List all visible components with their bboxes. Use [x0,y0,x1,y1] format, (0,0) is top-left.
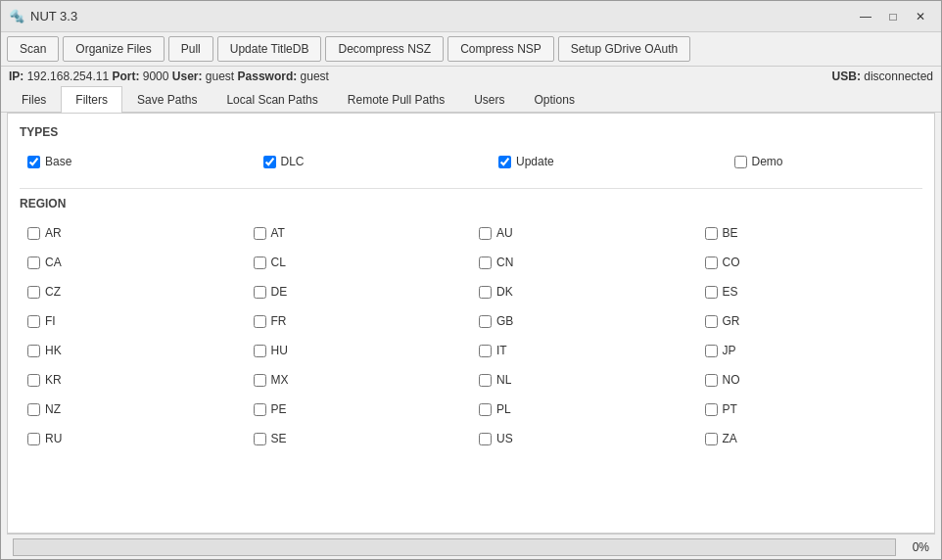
region-it-label[interactable]: IT [496,344,507,357]
title-bar: 🔩 NUT 3.3 — □ ✕ [1,1,941,32]
tab-local-scan-paths[interactable]: Local Scan Paths [212,86,332,113]
region-fi-checkbox[interactable] [27,315,40,328]
region-de-checkbox[interactable] [254,286,266,299]
connection-info: IP: 192.168.254.11 Port: 9000 User: gues… [9,70,329,83]
type-base-checkbox[interactable] [27,156,40,168]
region-gr-checkbox[interactable] [705,315,718,328]
region-cn-checkbox[interactable] [479,257,492,269]
region-dk-checkbox[interactable] [479,286,492,299]
type-update-label[interactable]: Update [516,155,554,168]
region-mx-checkbox[interactable] [254,374,266,387]
region-at-label[interactable]: AT [271,226,285,240]
region-cn-label[interactable]: CN [496,256,513,269]
content-area: TYPES Base DLC Update [1,113,941,559]
tab-files[interactable]: Files [7,86,61,113]
region-dk-label[interactable]: DK [496,285,513,299]
region-nz-label[interactable]: NZ [45,402,61,416]
tab-users[interactable]: Users [459,86,519,113]
region-pt-checkbox[interactable] [705,403,718,416]
type-demo-checkbox[interactable] [734,156,747,168]
region-pe: PE [246,395,472,424]
region-es-label[interactable]: ES [723,285,738,299]
region-hk-checkbox[interactable] [27,345,40,357]
region-fi-label[interactable]: FI [45,314,56,328]
region-cz-checkbox[interactable] [27,286,40,299]
region-za-label[interactable]: ZA [723,432,737,445]
region-us-label[interactable]: US [496,432,513,445]
decompress-nsz-button[interactable]: Decompress NSZ [325,36,444,62]
region-au-checkbox[interactable] [479,227,492,240]
region-be-checkbox[interactable] [705,227,718,240]
pull-button[interactable]: Pull [168,36,213,62]
region-au-label[interactable]: AU [496,226,513,240]
region-us-checkbox[interactable] [479,433,492,445]
region-jp-label[interactable]: JP [723,344,736,357]
region-se-label[interactable]: SE [271,432,287,445]
region-cz-label[interactable]: CZ [45,285,61,299]
region-nz: NZ [20,395,246,424]
region-co-checkbox[interactable] [705,257,718,269]
tab-options[interactable]: Options [520,86,589,113]
minimize-button[interactable]: — [853,6,878,27]
region-cl-checkbox[interactable] [254,257,266,269]
section-divider [20,188,922,189]
region-jp-checkbox[interactable] [705,345,718,357]
type-demo-label[interactable]: Demo [752,155,783,168]
region-no-label[interactable]: NO [723,373,740,387]
tab-remote-pull-paths[interactable]: Remote Pull Paths [333,86,459,113]
region-co-label[interactable]: CO [723,256,740,269]
type-update: Update [491,147,687,176]
tab-save-paths[interactable]: Save Paths [122,86,212,113]
region-ar-checkbox[interactable] [27,227,40,240]
region-gb-checkbox[interactable] [479,315,492,328]
region-pl-checkbox[interactable] [479,403,492,416]
region-be-label[interactable]: BE [723,226,738,240]
region-fr-label[interactable]: FR [271,314,287,328]
region-hu-checkbox[interactable] [254,345,266,357]
region-fr-checkbox[interactable] [254,315,266,328]
region-ca-label[interactable]: CA [45,256,62,269]
region-fr: FR [246,306,472,336]
type-update-checkbox[interactable] [498,156,511,168]
type-base-label[interactable]: Base [45,155,71,168]
region-nz-checkbox[interactable] [27,403,40,416]
region-it-checkbox[interactable] [479,345,492,357]
close-button[interactable]: ✕ [908,6,933,27]
type-dlc-label[interactable]: DLC [281,155,305,168]
region-kr-label[interactable]: KR [45,373,62,387]
region-za-checkbox[interactable] [705,433,718,445]
maximize-button[interactable]: □ [880,6,906,27]
compress-nsp-button[interactable]: Compress NSP [447,36,554,62]
region-pt-label[interactable]: PT [723,402,737,416]
region-pl-label[interactable]: PL [496,402,511,416]
region-pe-label[interactable]: PE [271,402,287,416]
region-section: REGION AR AT AU [20,197,922,453]
update-titledb-button[interactable]: Update TitleDB [217,36,322,62]
type-dlc-checkbox[interactable] [263,156,276,168]
region-no-checkbox[interactable] [705,374,718,387]
region-gr-label[interactable]: GR [723,314,740,328]
region-de-label[interactable]: DE [271,285,288,299]
tab-filters[interactable]: Filters [61,86,122,113]
region-ca-checkbox[interactable] [27,257,40,269]
setup-gdrive-button[interactable]: Setup GDrive OAuth [558,36,690,62]
region-nl-checkbox[interactable] [479,374,492,387]
region-kr: KR [20,365,246,395]
region-es-checkbox[interactable] [705,286,718,299]
region-kr-checkbox[interactable] [27,374,40,387]
region-at-checkbox[interactable] [254,227,266,240]
region-pe-checkbox[interactable] [254,403,266,416]
scan-button[interactable]: Scan [7,36,59,62]
region-ar-label[interactable]: AR [45,226,62,240]
organize-files-button[interactable]: Organize Files [63,36,164,62]
region-hk-label[interactable]: HK [45,344,62,357]
region-hu-label[interactable]: HU [271,344,288,357]
region-ru-checkbox[interactable] [27,433,40,445]
region-cl-label[interactable]: CL [271,256,286,269]
region-se-checkbox[interactable] [254,433,266,445]
region-gb-label[interactable]: GB [496,314,513,328]
region-ru-label[interactable]: RU [45,432,62,445]
type-base: Base [20,147,216,176]
region-nl-label[interactable]: NL [496,373,511,387]
region-mx-label[interactable]: MX [271,373,289,387]
